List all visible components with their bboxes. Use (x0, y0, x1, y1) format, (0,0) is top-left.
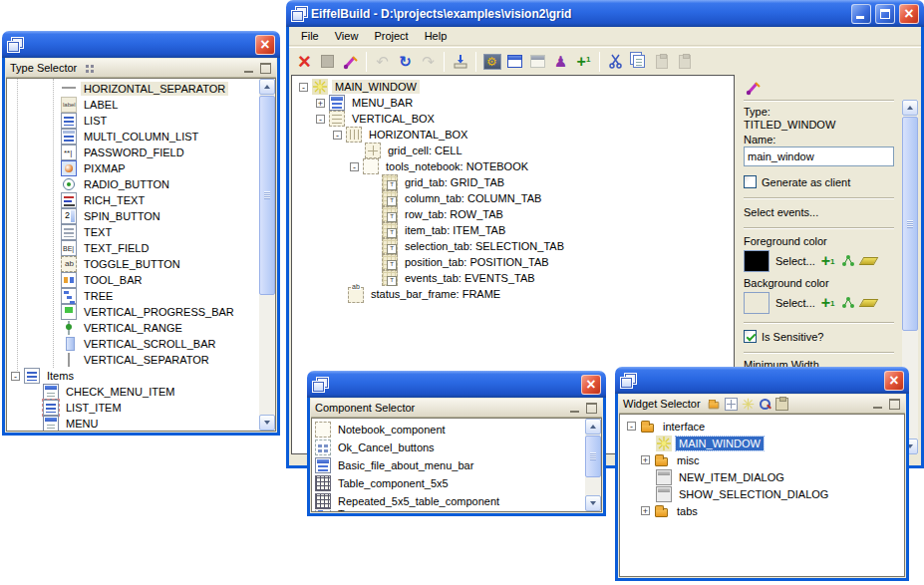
widget-selector-title-bar[interactable] (615, 367, 909, 394)
main-title-bar[interactable]: EiffelBuild - D:\projects\examples\visio… (286, 0, 924, 27)
collapse-icon[interactable] (627, 422, 636, 431)
molecule-icon[interactable] (841, 254, 855, 268)
search-icon[interactable] (759, 398, 771, 411)
tree-row[interactable]: TEXT (9, 224, 275, 240)
tree-row[interactable]: CHECK_MENU_ITEM (9, 384, 275, 400)
type-list-scrollbar[interactable] (259, 79, 275, 431)
scroll-thumb[interactable] (259, 96, 275, 295)
tree-row[interactable]: TOGGLE_BUTTON (9, 256, 275, 272)
generate-as-client-checkbox[interactable] (744, 175, 757, 188)
caption-maximize-icon[interactable] (888, 398, 901, 411)
tree-row[interactable]: RICH_TEXT (9, 192, 275, 208)
menu-file[interactable]: File (293, 28, 327, 44)
grid-plus-icon[interactable] (725, 398, 738, 411)
scroll-down-button[interactable] (585, 495, 601, 511)
settings-button[interactable] (480, 50, 503, 73)
build-button[interactable] (339, 50, 362, 73)
folder-icon[interactable] (708, 398, 721, 411)
list-item[interactable]: Table_component_5x5 (315, 474, 601, 492)
tree-row[interactable]: tools_notebook: NOTEBOOK (295, 158, 734, 174)
list-item[interactable]: Notebook_component (315, 421, 601, 439)
tree-row[interactable]: tabs (623, 502, 904, 519)
cut-button[interactable] (604, 50, 627, 73)
close-button[interactable] (884, 371, 904, 391)
menu-view[interactable]: View (327, 28, 367, 44)
component-selector-caption[interactable]: Component Selector (311, 399, 602, 418)
new-window-button[interactable] (503, 50, 526, 73)
background-select-button[interactable]: Select... (775, 297, 815, 309)
tree-row[interactable]: grid_tab: GRID_TAB (295, 174, 734, 190)
tree-row[interactable]: NEW_ITEM_DIALOG (623, 468, 904, 485)
background-swatch[interactable] (744, 292, 770, 314)
tree-row[interactable]: HORIZONTAL_SEPARATOR (9, 81, 275, 97)
plus-one-icon[interactable] (821, 294, 835, 312)
paste-button[interactable] (650, 50, 673, 73)
tree-row[interactable]: LABEL (9, 97, 275, 113)
paste-special-button[interactable] (673, 50, 696, 73)
list-item-partial[interactable]: Tree (315, 510, 601, 512)
collapse-icon[interactable] (11, 372, 20, 381)
close-button[interactable] (255, 35, 275, 55)
tree-row[interactable]: MULTI_COLUMN_LIST (9, 129, 275, 145)
starburst-icon[interactable] (742, 398, 755, 411)
caption-maximize-icon[interactable] (585, 402, 598, 415)
component-list-scrollbar[interactable] (585, 419, 601, 511)
expand-icon[interactable] (641, 455, 650, 464)
caption-minimize-icon[interactable] (242, 62, 255, 75)
scroll-thumb[interactable] (902, 117, 918, 331)
tree-row[interactable]: SHOW_SELECTION_DIALOG (623, 485, 904, 502)
refresh-button[interactable] (394, 50, 417, 73)
widget-selector-caption[interactable]: Widget Selector (619, 395, 905, 414)
name-field[interactable] (744, 146, 894, 166)
molecule-icon[interactable] (841, 296, 855, 310)
tree-row[interactable]: VERTICAL_RANGE (9, 320, 275, 336)
tree-row[interactable]: VERTICAL_PROGRESS_BAR (9, 304, 275, 320)
scroll-down-button[interactable] (259, 415, 275, 431)
export-button[interactable] (449, 50, 471, 73)
expand-icon[interactable] (316, 99, 325, 108)
tree-row[interactable]: row_tab: ROW_TAB (295, 206, 734, 222)
tree-row[interactable]: RADIO_BUTTON (9, 176, 275, 192)
expand-icon[interactable] (641, 506, 650, 515)
scroll-up-button[interactable] (902, 100, 918, 116)
tree-row[interactable]: interface (623, 418, 904, 435)
tree-row[interactable]: grid_cell: CELL (295, 143, 734, 158)
tree-row[interactable]: status_bar_frame: FRAME (295, 286, 734, 302)
type-selector-caption[interactable]: Type Selector (6, 59, 276, 78)
tree-row[interactable]: position_tab: POSITION_TAB (295, 254, 734, 270)
preview-window-button[interactable] (526, 50, 549, 73)
scroll-up-button[interactable] (259, 79, 275, 95)
tree-row[interactable]: item_tab: ITEM_TAB (295, 222, 734, 238)
close-button[interactable] (581, 375, 601, 395)
add-one-button[interactable] (572, 50, 595, 73)
maximize-button[interactable] (875, 4, 895, 24)
tree-row[interactable]: TREE (9, 288, 275, 304)
scroll-up-button[interactable] (585, 419, 601, 435)
tree-row[interactable]: MENU (9, 416, 275, 432)
copy-button[interactable] (627, 50, 650, 73)
list-item[interactable]: Basic_file_about_menu_bar (315, 456, 601, 474)
tree-row[interactable]: misc (623, 451, 904, 468)
split-squares-icon[interactable] (84, 62, 97, 75)
plus-one-icon[interactable] (821, 252, 835, 270)
close-button[interactable] (899, 4, 919, 24)
menu-project[interactable]: Project (366, 28, 416, 44)
tree-row[interactable]: PASSWORD_FIELD (9, 145, 275, 160)
is-sensitive-checkbox[interactable] (744, 330, 757, 343)
component-selector-title-bar[interactable] (307, 371, 606, 398)
tree-row[interactable]: MENU_BAR (295, 95, 734, 111)
collapse-icon[interactable] (333, 131, 342, 140)
debug-button[interactable] (549, 50, 572, 73)
tree-row[interactable]: TOOL_BAR (9, 272, 275, 288)
tree-row[interactable]: SPIN_BUTTON (9, 208, 275, 224)
tree-row[interactable]: MAIN_WINDOW (623, 435, 904, 451)
foreground-select-button[interactable]: Select... (775, 255, 815, 267)
collapse-icon[interactable] (316, 115, 325, 124)
redo-button[interactable] (417, 50, 440, 73)
select-events-link[interactable]: Select events... (744, 206, 894, 219)
foreground-swatch[interactable] (744, 250, 770, 272)
menu-help[interactable]: Help (417, 28, 456, 44)
tree-row[interactable]: VERTICAL_SEPARATOR (9, 352, 275, 368)
undo-button[interactable] (371, 50, 394, 73)
clipboard-folder-icon[interactable] (775, 398, 788, 411)
